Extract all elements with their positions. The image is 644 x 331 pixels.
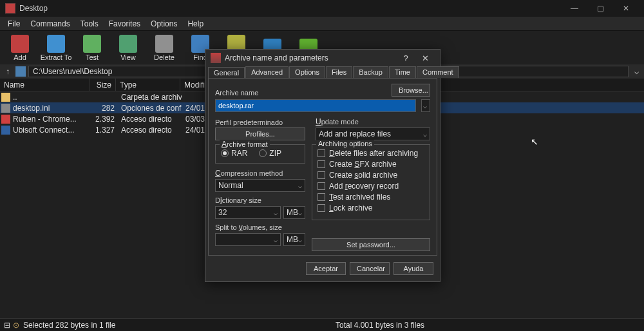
toolbar-icon	[155, 35, 173, 53]
window-title: Desktop	[19, 4, 562, 13]
file-type: Acceso directo	[117, 115, 182, 124]
toolbar-icon	[47, 35, 65, 53]
dictionary-unit-select[interactable]: MB	[283, 206, 305, 219]
col-name[interactable]: Name	[0, 79, 90, 91]
menu-file[interactable]: File	[3, 18, 25, 30]
file-name: desktop.ini	[13, 104, 91, 113]
toolbar-Add[interactable]: Add	[3, 32, 37, 63]
file-icon	[1, 115, 10, 124]
status-right: Total 4.001 bytes in 3 files	[332, 321, 644, 330]
checkbox-icon	[317, 171, 325, 179]
toolbar-label: Delete	[154, 53, 175, 61]
checkbox-opt-5[interactable]: Lock archive	[317, 203, 424, 213]
compression-label: Compression method	[215, 169, 305, 178]
archiving-options-group: Archiving options Delete files after arc…	[312, 144, 430, 220]
up-icon[interactable]: ↑	[3, 67, 13, 76]
drive-icon[interactable]	[15, 66, 26, 77]
checkbox-opt-1[interactable]: Create SFX archive	[317, 160, 424, 169]
minimize-button[interactable]: —	[562, 0, 587, 17]
path-dropdown[interactable]: ⌵	[631, 67, 641, 76]
cancel-button[interactable]: Cancelar	[350, 262, 390, 275]
tab-general[interactable]: General	[208, 67, 245, 79]
dialog-title: Archive name and parameters	[225, 53, 396, 62]
file-size: 2.392	[91, 115, 117, 124]
archive-name-input[interactable]	[215, 99, 416, 112]
options-legend: Archiving options	[316, 140, 374, 147]
col-type[interactable]: Type	[116, 79, 180, 91]
checkbox-label: Create SFX archive	[329, 160, 397, 169]
file-type: Acceso directo	[117, 126, 182, 135]
dialog-close-button[interactable]: ✕	[415, 53, 435, 63]
checkbox-icon	[317, 182, 325, 190]
archive-format-group: Archive format RAR ZIP	[215, 144, 305, 164]
format-legend: Archive format	[220, 140, 270, 149]
tab-options[interactable]: Options	[289, 66, 325, 78]
archive-dialog: Archive name and parameters ? ✕ GeneralA…	[205, 49, 440, 282]
update-mode-select[interactable]: Add and replace files	[316, 128, 430, 140]
tab-advanced[interactable]: Advanced	[245, 66, 289, 78]
tab-comment[interactable]: Comment	[417, 66, 459, 78]
tab-backup[interactable]: Backup	[353, 66, 388, 78]
checkbox-icon	[317, 160, 325, 168]
close-button[interactable]: ✕	[613, 0, 639, 17]
compression-select[interactable]: Normal	[215, 179, 305, 192]
browse-button[interactable]: Browse...	[392, 84, 430, 97]
checkbox-opt-3[interactable]: Add recovery record	[317, 182, 424, 191]
toolbar-View[interactable]: View	[111, 32, 146, 63]
checkbox-opt-0[interactable]: Delete files after archiving	[317, 149, 424, 158]
profiles-button[interactable]: Profiles...	[215, 128, 305, 140]
file-name: Ubisoft Connect...	[13, 126, 91, 135]
menu-commands[interactable]: Commands	[25, 18, 75, 30]
file-name: Ruben - Chrome...	[13, 115, 91, 124]
tab-time[interactable]: Time	[389, 66, 416, 78]
set-password-button[interactable]: Set password...	[312, 238, 430, 251]
lock-icon: ⊙	[13, 321, 19, 330]
dialog-tabs: GeneralAdvancedOptionsFilesBackupTimeCom…	[205, 66, 440, 78]
cursor-icon: ↖	[531, 137, 538, 147]
archive-name-label: Archive name	[215, 89, 386, 97]
toolbar-label: Extract To	[41, 53, 72, 61]
maximize-button[interactable]: ▢	[587, 0, 613, 17]
toolbar-Delete[interactable]: Delete	[147, 32, 182, 63]
archive-name-dropdown[interactable]	[421, 99, 430, 112]
col-size[interactable]: Size	[90, 79, 116, 91]
statusbar: ⊟ ⊙ Selected 282 bytes in 1 file Total 4…	[0, 318, 644, 331]
split-size-select[interactable]	[215, 233, 281, 246]
toolbar-icon	[11, 35, 29, 53]
tab-files[interactable]: Files	[326, 66, 352, 78]
dialog-icon	[211, 53, 221, 63]
update-mode-label: Update mode	[316, 117, 430, 126]
file-icon	[1, 126, 10, 135]
menu-options[interactable]: Options	[146, 18, 182, 30]
checkbox-label: Delete files after archiving	[329, 149, 418, 158]
ok-button[interactable]: Aceptar	[306, 262, 346, 275]
dictionary-size-select[interactable]: 32	[215, 206, 281, 219]
help-button[interactable]: Ayuda	[393, 262, 433, 275]
dialog-help-button[interactable]: ?	[396, 53, 415, 63]
toolbar-Test[interactable]: Test	[75, 32, 109, 63]
titlebar: Desktop — ▢ ✕	[0, 0, 644, 17]
file-size: 1.327	[91, 126, 117, 135]
file-name: ..	[13, 93, 91, 102]
toolbar-icon	[119, 35, 137, 53]
menu-favorites[interactable]: Favorites	[104, 18, 146, 30]
file-type: Opciones de confi...	[117, 104, 182, 113]
toolbar-label: Add	[14, 53, 26, 61]
split-label: Split to volumes, size	[215, 223, 305, 232]
checkbox-opt-4[interactable]: Test archived files	[317, 193, 424, 202]
radio-rar[interactable]: RAR	[221, 149, 247, 158]
file-icon	[1, 104, 10, 113]
menu-tools[interactable]: Tools	[75, 18, 104, 30]
file-icon	[1, 93, 10, 102]
menu-help[interactable]: Help	[182, 18, 209, 30]
toolbar-Extract To[interactable]: Extract To	[39, 32, 73, 63]
radio-zip[interactable]: ZIP	[259, 149, 281, 158]
dialog-titlebar[interactable]: Archive name and parameters ? ✕	[205, 50, 440, 66]
split-unit-select[interactable]: MB	[283, 233, 305, 246]
checkbox-label: Lock archive	[329, 203, 372, 213]
disk-icon: ⊟	[4, 321, 10, 330]
profile-label: Perfil predeterminado	[215, 118, 305, 126]
toolbar-label: Test	[86, 53, 99, 61]
file-size: 282	[91, 104, 117, 113]
checkbox-opt-2[interactable]: Create solid archive	[317, 171, 424, 180]
